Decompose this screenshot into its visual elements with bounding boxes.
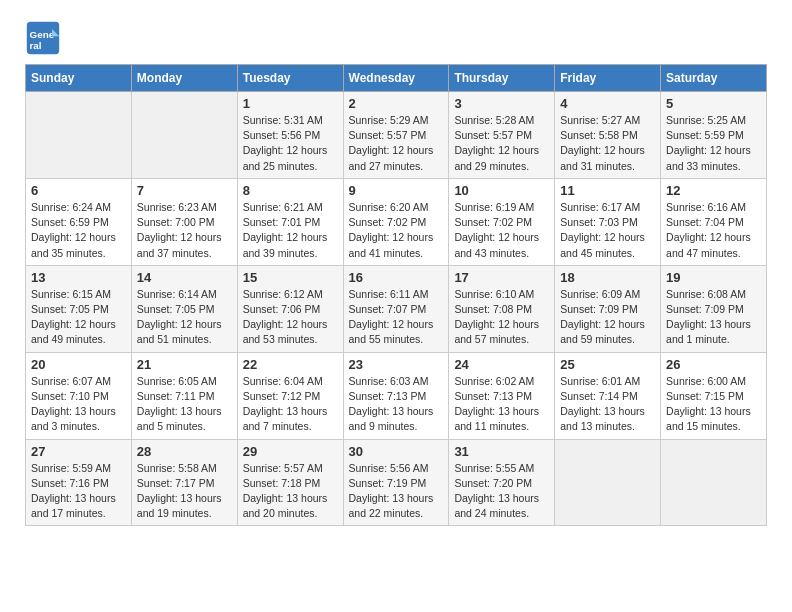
calendar-week-row: 20Sunrise: 6:07 AM Sunset: 7:10 PM Dayli… — [26, 352, 767, 439]
svg-text:Gene: Gene — [30, 29, 55, 40]
day-number: 31 — [454, 444, 549, 459]
day-number: 27 — [31, 444, 126, 459]
day-number: 15 — [243, 270, 338, 285]
day-info: Sunrise: 6:05 AM Sunset: 7:11 PM Dayligh… — [137, 374, 232, 435]
weekday-header: Saturday — [661, 65, 767, 92]
calendar-day-cell: 5Sunrise: 5:25 AM Sunset: 5:59 PM Daylig… — [661, 92, 767, 179]
weekday-header: Friday — [555, 65, 661, 92]
day-info: Sunrise: 6:21 AM Sunset: 7:01 PM Dayligh… — [243, 200, 338, 261]
calendar-day-cell: 13Sunrise: 6:15 AM Sunset: 7:05 PM Dayli… — [26, 265, 132, 352]
calendar-day-cell: 15Sunrise: 6:12 AM Sunset: 7:06 PM Dayli… — [237, 265, 343, 352]
day-info: Sunrise: 6:09 AM Sunset: 7:09 PM Dayligh… — [560, 287, 655, 348]
calendar-week-row: 27Sunrise: 5:59 AM Sunset: 7:16 PM Dayli… — [26, 439, 767, 526]
calendar-day-cell: 20Sunrise: 6:07 AM Sunset: 7:10 PM Dayli… — [26, 352, 132, 439]
day-info: Sunrise: 6:23 AM Sunset: 7:00 PM Dayligh… — [137, 200, 232, 261]
day-number: 16 — [349, 270, 444, 285]
day-info: Sunrise: 5:31 AM Sunset: 5:56 PM Dayligh… — [243, 113, 338, 174]
day-number: 13 — [31, 270, 126, 285]
calendar-day-cell — [131, 92, 237, 179]
day-number: 18 — [560, 270, 655, 285]
day-info: Sunrise: 5:29 AM Sunset: 5:57 PM Dayligh… — [349, 113, 444, 174]
calendar-table: SundayMondayTuesdayWednesdayThursdayFrid… — [25, 64, 767, 526]
day-info: Sunrise: 6:02 AM Sunset: 7:13 PM Dayligh… — [454, 374, 549, 435]
calendar-day-cell: 7Sunrise: 6:23 AM Sunset: 7:00 PM Daylig… — [131, 178, 237, 265]
svg-text:ral: ral — [30, 40, 42, 51]
day-info: Sunrise: 6:17 AM Sunset: 7:03 PM Dayligh… — [560, 200, 655, 261]
calendar-day-cell: 3Sunrise: 5:28 AM Sunset: 5:57 PM Daylig… — [449, 92, 555, 179]
calendar-day-cell: 21Sunrise: 6:05 AM Sunset: 7:11 PM Dayli… — [131, 352, 237, 439]
day-number: 8 — [243, 183, 338, 198]
day-number: 24 — [454, 357, 549, 372]
weekday-header: Thursday — [449, 65, 555, 92]
day-info: Sunrise: 6:11 AM Sunset: 7:07 PM Dayligh… — [349, 287, 444, 348]
calendar-day-cell: 28Sunrise: 5:58 AM Sunset: 7:17 PM Dayli… — [131, 439, 237, 526]
calendar-day-cell — [661, 439, 767, 526]
day-info: Sunrise: 5:59 AM Sunset: 7:16 PM Dayligh… — [31, 461, 126, 522]
weekday-header: Tuesday — [237, 65, 343, 92]
calendar-week-row: 13Sunrise: 6:15 AM Sunset: 7:05 PM Dayli… — [26, 265, 767, 352]
day-info: Sunrise: 5:55 AM Sunset: 7:20 PM Dayligh… — [454, 461, 549, 522]
calendar-day-cell: 4Sunrise: 5:27 AM Sunset: 5:58 PM Daylig… — [555, 92, 661, 179]
day-info: Sunrise: 6:12 AM Sunset: 7:06 PM Dayligh… — [243, 287, 338, 348]
day-number: 20 — [31, 357, 126, 372]
day-number: 19 — [666, 270, 761, 285]
day-number: 25 — [560, 357, 655, 372]
day-number: 1 — [243, 96, 338, 111]
calendar-day-cell: 9Sunrise: 6:20 AM Sunset: 7:02 PM Daylig… — [343, 178, 449, 265]
day-number: 26 — [666, 357, 761, 372]
calendar-day-cell: 19Sunrise: 6:08 AM Sunset: 7:09 PM Dayli… — [661, 265, 767, 352]
calendar-day-cell: 26Sunrise: 6:00 AM Sunset: 7:15 PM Dayli… — [661, 352, 767, 439]
calendar-day-cell: 12Sunrise: 6:16 AM Sunset: 7:04 PM Dayli… — [661, 178, 767, 265]
calendar-day-cell: 25Sunrise: 6:01 AM Sunset: 7:14 PM Dayli… — [555, 352, 661, 439]
day-info: Sunrise: 5:56 AM Sunset: 7:19 PM Dayligh… — [349, 461, 444, 522]
day-info: Sunrise: 5:57 AM Sunset: 7:18 PM Dayligh… — [243, 461, 338, 522]
calendar-day-cell: 30Sunrise: 5:56 AM Sunset: 7:19 PM Dayli… — [343, 439, 449, 526]
day-number: 28 — [137, 444, 232, 459]
day-number: 23 — [349, 357, 444, 372]
logo: Gene ral — [25, 20, 65, 56]
day-info: Sunrise: 6:16 AM Sunset: 7:04 PM Dayligh… — [666, 200, 761, 261]
day-number: 14 — [137, 270, 232, 285]
day-number: 29 — [243, 444, 338, 459]
calendar-day-cell: 14Sunrise: 6:14 AM Sunset: 7:05 PM Dayli… — [131, 265, 237, 352]
day-number: 10 — [454, 183, 549, 198]
day-number: 4 — [560, 96, 655, 111]
weekday-header: Monday — [131, 65, 237, 92]
logo-icon: Gene ral — [25, 20, 61, 56]
weekday-header-row: SundayMondayTuesdayWednesdayThursdayFrid… — [26, 65, 767, 92]
calendar-day-cell: 8Sunrise: 6:21 AM Sunset: 7:01 PM Daylig… — [237, 178, 343, 265]
day-number: 5 — [666, 96, 761, 111]
day-info: Sunrise: 6:10 AM Sunset: 7:08 PM Dayligh… — [454, 287, 549, 348]
day-info: Sunrise: 6:24 AM Sunset: 6:59 PM Dayligh… — [31, 200, 126, 261]
day-info: Sunrise: 6:20 AM Sunset: 7:02 PM Dayligh… — [349, 200, 444, 261]
calendar-day-cell: 2Sunrise: 5:29 AM Sunset: 5:57 PM Daylig… — [343, 92, 449, 179]
day-number: 17 — [454, 270, 549, 285]
day-info: Sunrise: 6:14 AM Sunset: 7:05 PM Dayligh… — [137, 287, 232, 348]
calendar-day-cell: 29Sunrise: 5:57 AM Sunset: 7:18 PM Dayli… — [237, 439, 343, 526]
day-info: Sunrise: 6:01 AM Sunset: 7:14 PM Dayligh… — [560, 374, 655, 435]
day-info: Sunrise: 6:19 AM Sunset: 7:02 PM Dayligh… — [454, 200, 549, 261]
calendar-day-cell: 18Sunrise: 6:09 AM Sunset: 7:09 PM Dayli… — [555, 265, 661, 352]
day-info: Sunrise: 5:25 AM Sunset: 5:59 PM Dayligh… — [666, 113, 761, 174]
calendar-day-cell: 27Sunrise: 5:59 AM Sunset: 7:16 PM Dayli… — [26, 439, 132, 526]
day-number: 11 — [560, 183, 655, 198]
calendar-day-cell: 24Sunrise: 6:02 AM Sunset: 7:13 PM Dayli… — [449, 352, 555, 439]
calendar-day-cell: 11Sunrise: 6:17 AM Sunset: 7:03 PM Dayli… — [555, 178, 661, 265]
calendar-day-cell: 10Sunrise: 6:19 AM Sunset: 7:02 PM Dayli… — [449, 178, 555, 265]
day-info: Sunrise: 6:08 AM Sunset: 7:09 PM Dayligh… — [666, 287, 761, 348]
calendar-week-row: 6Sunrise: 6:24 AM Sunset: 6:59 PM Daylig… — [26, 178, 767, 265]
day-info: Sunrise: 5:28 AM Sunset: 5:57 PM Dayligh… — [454, 113, 549, 174]
calendar-day-cell — [555, 439, 661, 526]
calendar-week-row: 1Sunrise: 5:31 AM Sunset: 5:56 PM Daylig… — [26, 92, 767, 179]
day-number: 22 — [243, 357, 338, 372]
day-number: 6 — [31, 183, 126, 198]
weekday-header: Wednesday — [343, 65, 449, 92]
day-info: Sunrise: 6:07 AM Sunset: 7:10 PM Dayligh… — [31, 374, 126, 435]
day-info: Sunrise: 6:04 AM Sunset: 7:12 PM Dayligh… — [243, 374, 338, 435]
calendar-day-cell: 17Sunrise: 6:10 AM Sunset: 7:08 PM Dayli… — [449, 265, 555, 352]
day-info: Sunrise: 5:58 AM Sunset: 7:17 PM Dayligh… — [137, 461, 232, 522]
weekday-header: Sunday — [26, 65, 132, 92]
day-info: Sunrise: 6:03 AM Sunset: 7:13 PM Dayligh… — [349, 374, 444, 435]
day-number: 21 — [137, 357, 232, 372]
day-number: 2 — [349, 96, 444, 111]
